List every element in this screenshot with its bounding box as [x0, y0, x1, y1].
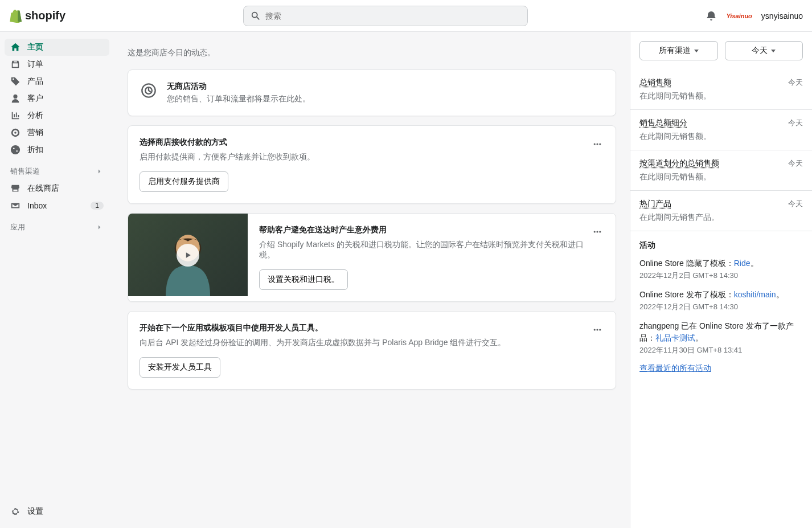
- nav-label: Inbox: [27, 201, 47, 210]
- chevron-down-icon: [694, 50, 699, 52]
- nav-orders[interactable]: 订单: [5, 56, 109, 73]
- header: shopify Yisainuo ysnyisainuo: [0, 0, 812, 32]
- activity-time: 2022年12月2日 GMT+8 14:30: [639, 302, 803, 312]
- metric-empty: 在此期间无销售产品。: [639, 212, 803, 223]
- logo[interactable]: shopify: [9, 9, 65, 23]
- activity-time: 2022年12月2日 GMT+8 14:30: [639, 271, 803, 281]
- nav-customers[interactable]: 客户: [5, 90, 109, 107]
- nav-discounts[interactable]: 折扣: [5, 141, 109, 158]
- marketing-icon: [10, 128, 20, 138]
- main-content: 这是您商店今日的动态。 无商店活动 您的销售、订单和流量都将显示在此处。 选择商…: [114, 0, 630, 415]
- feed-title: 无商店活动: [167, 81, 310, 92]
- search-icon: [251, 11, 261, 21]
- nav-analytics[interactable]: 分析: [5, 107, 109, 124]
- metric-empty: 在此期间无销售额。: [639, 91, 803, 101]
- metric-sales-breakdown[interactable]: 销售总额细分 今天 在此期间无销售额。: [630, 110, 812, 150]
- play-icon: [177, 244, 199, 267]
- more-icon[interactable]: [590, 137, 604, 153]
- activity-time: 2022年11月30日 GMT+8 13:41: [639, 345, 803, 355]
- nav-label: 主页: [27, 42, 43, 52]
- nav-label: 在线商店: [27, 183, 59, 194]
- card-desc: 介绍 Shopify Markets 的关税和进口税功能。让您的国际客户在结账时…: [259, 240, 590, 260]
- svg-point-4: [599, 143, 601, 145]
- home-icon: [10, 42, 20, 52]
- discounts-icon: [10, 145, 20, 155]
- chevron-right-icon: [96, 223, 104, 231]
- channels-section[interactable]: 销售渠道: [5, 158, 109, 180]
- metric-top-products[interactable]: 热门产品 今天 在此期间无销售产品。: [630, 191, 812, 231]
- header-right: Yisainuo ysnyisainuo: [706, 10, 803, 22]
- apps-section[interactable]: 应用: [5, 214, 109, 236]
- more-icon[interactable]: [590, 225, 604, 240]
- metric-label: 按渠道划分的总销售额: [639, 158, 719, 169]
- bell-icon[interactable]: [706, 10, 717, 22]
- nav-products[interactable]: 产品: [5, 73, 109, 90]
- video-thumbnail[interactable]: [128, 214, 248, 296]
- nav-inbox[interactable]: Inbox 1: [5, 197, 109, 214]
- customers-icon: [10, 93, 20, 104]
- card-title: 帮助客户避免在送达时产生意外费用: [259, 225, 590, 235]
- svg-point-10: [596, 329, 598, 330]
- search-container: [65, 6, 706, 26]
- card-duties: 帮助客户避免在送达时产生意外费用 介绍 Shopify Markets 的关税和…: [128, 213, 616, 302]
- analytics-icon: [10, 110, 20, 121]
- activity-suffix: 。: [776, 290, 784, 299]
- svg-point-11: [599, 329, 601, 330]
- activity-suffix: 。: [751, 259, 758, 268]
- search-box[interactable]: [243, 6, 528, 26]
- metric-label: 总销售额: [639, 77, 671, 88]
- enable-payments-button[interactable]: 启用支付服务提供商: [140, 171, 228, 192]
- card-devtools: 开始在下一个应用或模板项目中使用开发人员工具。 向后台 API 发起经过身份验证…: [128, 311, 616, 390]
- right-panel: 所有渠道 今天 总销售额 今天 在此期间无销售额。 销售总额细分 今天 在此期间…: [630, 32, 812, 415]
- activity-title: 活动: [639, 240, 803, 251]
- metric-sales-by-channel[interactable]: 按渠道划分的总销售额 今天 在此期间无销售额。: [630, 150, 812, 191]
- username[interactable]: ysnyisainuo: [761, 11, 803, 21]
- activity-item: Online Store 发布了模板：koshiti/main。 2022年12…: [639, 289, 803, 312]
- card-title: 选择商店接收付款的方式: [140, 137, 590, 148]
- nav-online-store[interactable]: 在线商店: [5, 180, 109, 197]
- dropdown-label: 今天: [752, 46, 768, 56]
- svg-point-8: [599, 231, 601, 232]
- install-devtools-button[interactable]: 安装开发人员工具: [140, 357, 220, 378]
- nav-label: 营销: [27, 128, 43, 138]
- more-icon[interactable]: [590, 323, 604, 338]
- brand-text: shopify: [25, 9, 65, 22]
- nav-label: 订单: [27, 59, 43, 69]
- search-input[interactable]: [265, 11, 520, 21]
- svg-point-7: [596, 231, 598, 232]
- shopify-logo-icon: [9, 9, 23, 23]
- card-title: 开始在下一个应用或模板项目中使用开发人员工具。: [140, 323, 590, 333]
- activity-link[interactable]: Ride: [734, 259, 751, 268]
- activity-prefix: Online Store 隐藏了模板：: [639, 259, 734, 268]
- activity-link[interactable]: koshiti/main: [734, 290, 776, 299]
- setup-duties-button[interactable]: 设置关税和进口税。: [259, 269, 348, 290]
- page-subtitle: 这是您商店今日的动态。: [128, 48, 616, 58]
- nav-label: 分析: [27, 110, 43, 121]
- card-desc: 启用付款提供商，方便客户结账并让您收到款项。: [140, 152, 590, 162]
- metric-label: 销售总额细分: [639, 118, 687, 128]
- card-desc: 向后台 API 发起经过身份验证的调用、为开发商店生成虚拟数据并与 Polari…: [140, 338, 590, 348]
- activity-link[interactable]: 礼品卡测试: [655, 333, 695, 342]
- channels-dropdown[interactable]: 所有渠道: [639, 41, 718, 60]
- tag-text: Yisainuo: [726, 13, 752, 19]
- metric-empty: 在此期间无销售额。: [639, 132, 803, 142]
- metric-empty: 在此期间无销售额。: [639, 172, 803, 182]
- nav-marketing[interactable]: 营销: [5, 124, 109, 141]
- activity-item: zhangpeng 已在 Online Store 发布了一款产品：礼品卡测试。…: [639, 320, 803, 355]
- chevron-right-icon: [96, 167, 104, 175]
- activity-prefix: Online Store 发布了模板：: [639, 290, 734, 299]
- activity-feed-card: 无商店活动 您的销售、订单和流量都将显示在此处。: [128, 69, 616, 116]
- nav-label: 客户: [27, 93, 43, 104]
- nav-home[interactable]: 主页: [5, 39, 109, 56]
- metric-total-sales[interactable]: 总销售额 今天 在此期间无销售额。: [630, 69, 812, 110]
- dropdown-label: 所有渠道: [659, 46, 691, 56]
- feed-desc: 您的销售、订单和流量都将显示在此处。: [167, 94, 310, 104]
- activity-item: Online Store 隐藏了模板：Ride。 2022年12月2日 GMT+…: [639, 257, 803, 281]
- date-dropdown[interactable]: 今天: [725, 41, 803, 60]
- inbox-icon: [10, 200, 20, 211]
- chevron-down-icon: [771, 50, 776, 52]
- store-icon: [10, 183, 20, 194]
- section-label: 应用: [10, 222, 25, 232]
- view-all-link[interactable]: 查看最近的所有活动: [639, 363, 803, 374]
- svg-point-9: [594, 329, 596, 330]
